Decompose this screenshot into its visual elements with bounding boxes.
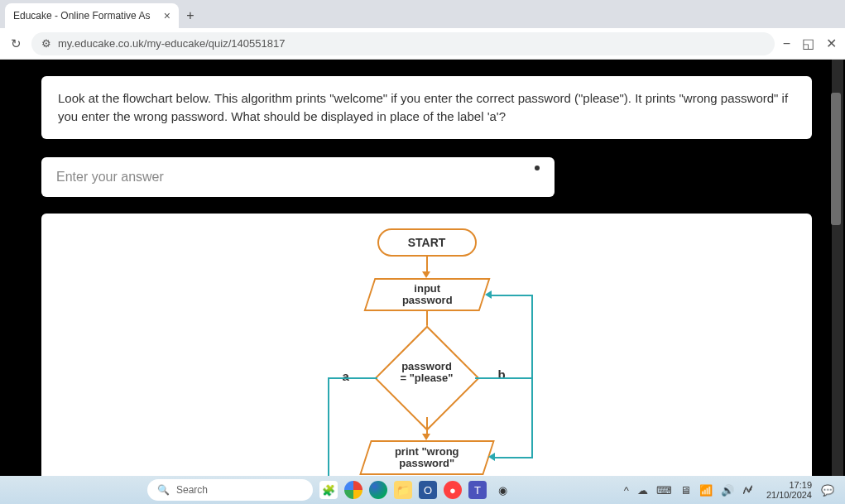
app-icon[interactable]: ● (444, 481, 462, 499)
question-card: Look at the flowchart below. This algori… (41, 76, 812, 139)
answer-input[interactable]: Enter your answer (41, 157, 555, 197)
question-text: Look at the flowchart below. This algori… (58, 91, 788, 123)
flowchart-print-l2: password" (399, 457, 454, 469)
flowchart-connector (328, 377, 377, 379)
window-restore-icon[interactable]: ◱ (802, 36, 814, 51)
url-text: my.educake.co.uk/my-educake/quiz/1405518… (58, 37, 285, 50)
flowchart-print-label: print "wrong password" (395, 445, 459, 469)
taskbar: 🔍 Search 🧩 📁 O ● T ◉ ^ ☁ ⌨ 🖥 📶 🔊 🗲 17:19… (0, 476, 845, 504)
file-explorer-icon[interactable]: 📁 (394, 481, 412, 499)
taskbar-search-placeholder: Search (176, 484, 208, 496)
display-icon[interactable]: 🖥 (680, 484, 691, 497)
flowchart-arrowhead-icon (485, 290, 492, 299)
input-indicator-dot (535, 166, 540, 170)
tab-close-icon[interactable]: × (164, 9, 170, 22)
scrollbar-thumb[interactable] (831, 93, 841, 225)
page-viewport: Look at the flowchart below. This algori… (0, 60, 845, 476)
flowchart-card: START input password password = "please" (41, 214, 812, 477)
tab-title: Educake - Online Formative As (13, 10, 157, 22)
flowchart-start: START (377, 228, 477, 257)
clock-date: 21/10/2024 (766, 490, 812, 500)
flowchart-arrow (426, 257, 428, 273)
window-minimize-icon[interactable]: − (783, 36, 790, 51)
flowchart-decision-l1: password (401, 360, 452, 372)
flowchart-input-l2: password (401, 294, 452, 306)
teams-icon[interactable]: T (468, 481, 487, 499)
flowchart-input-l1: input (414, 281, 440, 294)
flowchart-print-l1: print "wrong (395, 444, 459, 457)
flowchart-label-a: a (343, 369, 349, 383)
edge-icon[interactable] (369, 481, 387, 499)
flowchart-start-label: START (408, 236, 446, 249)
app-icon-2[interactable]: ◉ (493, 481, 511, 499)
new-tab-button[interactable]: + (179, 3, 202, 28)
tray-caret-icon[interactable]: ^ (624, 484, 629, 497)
address-bar: ↻ ⚙ my.educake.co.uk/my-educake/quiz/140… (0, 28, 845, 60)
answer-row: Enter your answer (41, 157, 812, 197)
flowchart-connector (531, 377, 533, 458)
flowchart-arrowhead-icon (422, 271, 430, 278)
outlook-icon[interactable]: O (419, 481, 437, 499)
toolbar-right: − ◱ ✕ (783, 36, 837, 51)
flowchart-input-label: input password (401, 282, 452, 306)
wifi-icon[interactable]: 📶 (699, 484, 713, 497)
system-tray: ^ ☁ ⌨ 🖥 📶 🔊 🗲 (624, 484, 753, 497)
url-field[interactable]: ⚙ my.educake.co.uk/my-educake/quiz/14055… (31, 32, 775, 55)
browser-tab[interactable]: Educake - Online Formative As × (5, 3, 179, 28)
flowchart-decision-l2: = "please" (400, 372, 453, 384)
battery-icon[interactable]: 🗲 (742, 484, 753, 497)
window-close-icon[interactable]: ✕ (826, 36, 837, 51)
flowchart-label-b: b (498, 367, 506, 382)
tab-strip: Educake - Online Formative As × + (0, 0, 845, 28)
notifications-icon[interactable]: 💬 (819, 481, 837, 499)
flowchart-connector (475, 377, 533, 379)
keyboard-icon[interactable]: ⌨ (656, 484, 672, 497)
taskbar-clock[interactable]: 17:19 21/10/2024 (766, 480, 812, 500)
clock-time: 17:19 (766, 480, 812, 490)
taskbar-app-icon[interactable]: 🧩 (319, 481, 338, 499)
flowchart-connector (531, 295, 533, 379)
answer-placeholder: Enter your answer (56, 170, 164, 185)
flowchart-arrowhead-icon (422, 434, 430, 440)
onedrive-icon[interactable]: ☁ (637, 484, 648, 497)
taskbar-search[interactable]: 🔍 Search (147, 479, 313, 501)
reload-icon[interactable]: ↻ (8, 36, 23, 51)
sound-icon[interactable]: 🔊 (721, 484, 734, 497)
flowchart-arrowhead-icon (488, 453, 495, 461)
site-settings-icon[interactable]: ⚙ (41, 37, 51, 50)
flowchart-connector (328, 377, 329, 477)
flowchart-decision-label: password = "please" (369, 361, 485, 386)
flowchart-print: print "wrong password" (359, 440, 495, 475)
search-icon: 🔍 (157, 484, 170, 496)
flowchart: START input password password = "please" (253, 228, 601, 477)
flowchart-input: input password (363, 278, 490, 311)
flowchart-connector (492, 295, 533, 296)
scrollbar-track[interactable] (832, 60, 843, 476)
chrome-icon[interactable] (344, 481, 362, 499)
flowchart-connector (495, 457, 533, 458)
